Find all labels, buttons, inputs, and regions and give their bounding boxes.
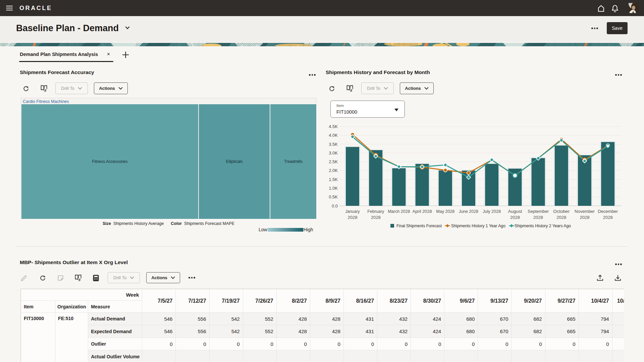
svg-text:2028: 2028: [556, 215, 566, 220]
svg-text:May 2028: May 2028: [436, 209, 454, 214]
svg-text:February: February: [367, 209, 384, 214]
svg-text:July 2028: July 2028: [483, 209, 501, 214]
svg-text:#: #: [44, 88, 46, 92]
svg-text:2028: 2028: [348, 215, 358, 220]
svg-text:Final Shipments Forecast: Final Shipments Forecast: [396, 223, 442, 228]
svg-text:April 2028: April 2028: [413, 209, 432, 214]
svg-text:2.0K: 2.0K: [329, 168, 338, 173]
svg-text:November: November: [575, 209, 595, 214]
svg-text:1.5K: 1.5K: [329, 177, 338, 182]
svg-text:#: #: [350, 88, 352, 92]
svg-text:Shipments History 1 Year Ago: Shipments History 1 Year Ago: [451, 223, 505, 228]
svg-text:Shipments History 2 Years Ago: Shipments History 2 Years Ago: [515, 223, 571, 228]
svg-text:September: September: [528, 209, 549, 214]
svg-text:2028: 2028: [533, 215, 543, 220]
svg-text:June 2028: June 2028: [459, 209, 478, 214]
svg-text:3.5K: 3.5K: [329, 142, 338, 147]
svg-text:December: December: [598, 209, 618, 214]
svg-text:0.0: 0.0: [332, 203, 338, 208]
svg-text:2028: 2028: [603, 215, 613, 220]
svg-text:4.5K: 4.5K: [329, 124, 338, 129]
svg-text:#: #: [78, 278, 80, 282]
svg-text:4.0K: 4.0K: [329, 133, 338, 138]
svg-text:2028: 2028: [510, 215, 520, 220]
svg-text:1.0K: 1.0K: [329, 186, 338, 191]
svg-text:August: August: [508, 209, 522, 214]
svg-text:January: January: [345, 209, 360, 214]
svg-text:2028: 2028: [580, 215, 590, 220]
svg-text:2.5K: 2.5K: [329, 159, 338, 164]
svg-text:3.0K: 3.0K: [329, 150, 338, 156]
svg-text:2028: 2028: [371, 215, 381, 220]
svg-text:October: October: [553, 209, 570, 214]
svg-text:March 2028: March 2028: [388, 209, 410, 214]
svg-text:0.5K: 0.5K: [329, 194, 338, 199]
